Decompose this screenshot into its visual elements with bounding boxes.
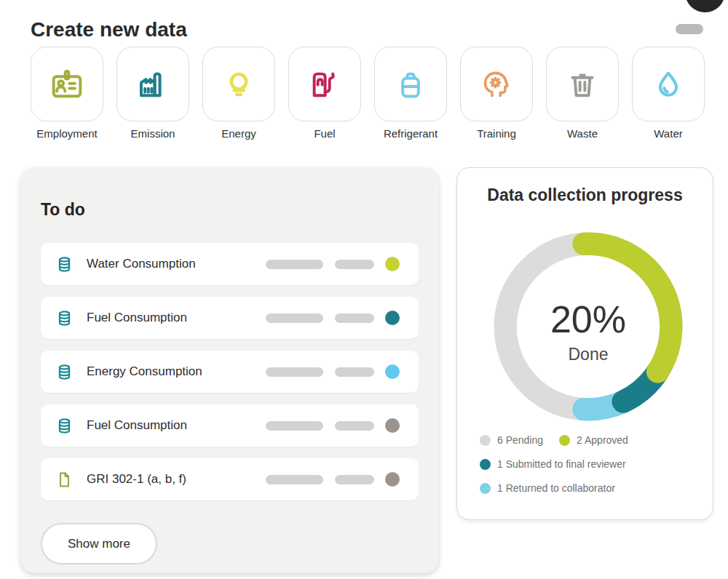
todo-item-energy-consumption[interactable]: Energy Consumption [41,351,419,393]
category-label: Refrigerant [384,127,438,140]
legend-dot-submitted [480,459,491,470]
donut-svg [492,231,684,423]
todo-item-label: Water Consumption [87,257,196,271]
category-training: Training [460,47,533,140]
gas-canister-icon [392,66,429,103]
category-water: Water [632,47,705,140]
status-dot [385,472,400,487]
bulb-icon [221,66,257,103]
todo-item-label: Fuel Consumption [87,311,187,325]
category-fuel-button[interactable] [288,47,361,121]
todo-item-label: Energy Consumption [87,364,202,379]
category-label: Emission [131,127,175,140]
donut-chart: 20% Done [492,231,684,423]
todo-panel: To do Water Consumption Fuel Consumption… [20,167,439,573]
legend-text: 1 Returned to collaborator [497,482,615,494]
status-dot [385,418,400,433]
data-collection-progress-panel: Data collection progress 20% Done 6 Pend… [456,167,713,520]
progress-pill [266,475,323,484]
legend-approved: 2 Approved [559,434,628,446]
todo-item-label: GRI 302-1 (a, b, f) [87,472,186,487]
legend-dot-approved [559,435,570,446]
legend-text: 6 Pending [497,434,543,446]
category-label: Fuel [314,127,335,140]
legend-submitted: 1 Submitted to final reviewer [480,458,626,470]
category-waste-button[interactable] [546,47,619,121]
minimize-handle[interactable] [676,24,703,34]
progress-pill [335,475,374,484]
progress-pill [266,367,323,377]
status-dot [385,311,400,325]
category-energy-button[interactable] [202,47,275,121]
category-employment: Employment [31,47,103,140]
avatar[interactable] [685,0,725,12]
legend-returned: 1 Returned to collaborator [480,482,615,494]
legend-dot-pending [480,435,491,446]
category-emission-button[interactable] [116,47,189,121]
progress-pill [335,314,374,323]
progress-title: Data collection progress [457,185,713,205]
progress-pill [335,260,374,269]
todo-item-water-consumption[interactable]: Water Consumption [41,243,419,285]
todo-title: To do [41,200,419,220]
legend-pending: 6 Pending [480,434,543,446]
trash-icon [564,66,601,103]
show-more-button[interactable]: Show more [41,523,157,564]
fuel-pump-icon [306,66,343,103]
todo-list: Water Consumption Fuel Consumption Energ… [41,243,419,500]
factory-icon [135,66,171,103]
progress-pill [335,421,374,431]
legend-dot-returned [480,483,491,494]
category-fuel: Fuel [288,47,361,140]
page-title: Create new data [31,18,187,41]
progress-pill [266,260,323,269]
donut-legend: 6 Pending 2 Approved 1 Submitted to fina… [480,434,628,494]
category-label: Training [477,127,516,140]
id-badge-icon [49,66,85,103]
legend-text: 1 Submitted to final reviewer [497,458,626,470]
status-dot [385,257,400,271]
category-refrigerant: Refrigerant [374,47,447,140]
category-label: Waste [567,127,598,140]
category-tile-row: Employment Emission Energy Fuel Refriger… [31,47,705,140]
database-icon [55,309,74,327]
document-icon [55,471,74,489]
category-energy: Energy [202,47,275,140]
legend-row: 1 Returned to collaborator [480,482,628,494]
category-label: Energy [221,127,256,140]
progress-pill [266,421,323,431]
progress-pill [266,314,323,323]
progress-pill [335,367,374,377]
database-icon [55,255,74,273]
head-gear-icon [478,66,515,103]
category-water-button[interactable] [632,47,705,121]
todo-item-fuel-consumption[interactable]: Fuel Consumption [41,297,419,339]
category-employment-button[interactable] [31,47,103,121]
legend-row: 6 Pending 2 Approved [480,434,628,446]
category-waste: Waste [546,47,619,140]
todo-item-gri-302-1[interactable]: GRI 302-1 (a, b, f) [41,458,419,500]
category-label: Water [654,127,682,140]
database-icon [55,363,74,381]
category-emission: Emission [116,47,189,140]
legend-row: 1 Submitted to final reviewer [480,458,628,470]
category-label: Employment [36,127,97,140]
water-drop-icon [650,66,687,103]
legend-text: 2 Approved [577,434,628,446]
category-refrigerant-button[interactable] [374,47,447,121]
database-icon [55,417,74,435]
status-dot [385,364,400,379]
todo-item-label: Fuel Consumption [87,418,187,433]
category-training-button[interactable] [460,47,533,121]
todo-item-fuel-consumption-2[interactable]: Fuel Consumption [41,404,419,447]
